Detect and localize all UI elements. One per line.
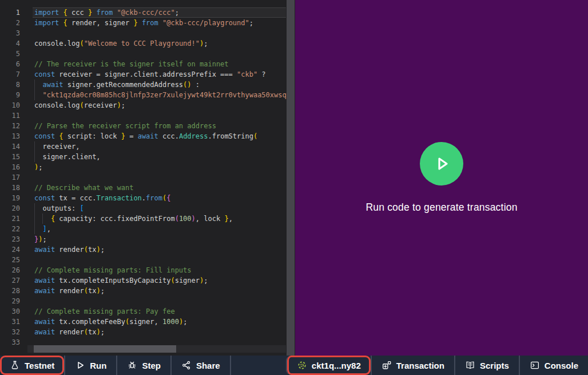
horizontal-scrollbar-thumb[interactable] [34,345,176,353]
line-number: 21 [0,214,20,224]
code-text: outputs: [ [34,203,84,214]
line-number: 14 [0,141,20,152]
editor-lines: 1import { ccc } from "@ckb-ccc/ccc";2imp… [0,7,295,348]
code-line[interactable]: 17 [0,172,295,183]
code-text: await render(tx); [34,244,105,255]
console-icon [530,360,540,370]
transaction-tab-button[interactable]: Transaction [371,356,454,375]
run-code-play-button[interactable] [420,142,463,185]
code-line[interactable]: 23}); [0,234,295,244]
code-line[interactable]: 5 [0,49,295,59]
line-number: 31 [0,317,20,327]
code-line[interactable]: 31await tx.completeFeeBy(signer, 1000); [0,317,295,327]
code-line[interactable]: 10console.log(receiver); [0,100,295,110]
console-tab-button[interactable]: Console [519,356,588,375]
code-text: const tx = ccc.Transaction.from({ [34,193,170,203]
line-number: 5 [0,49,20,59]
testnet-button[interactable]: Testnet [0,356,64,375]
transaction-preview-panel: Run code to generate transaction [295,0,588,356]
code-line[interactable]: 11 [0,110,295,121]
console-tab-button-label: Console [545,361,578,370]
step-button-label: Step [142,361,161,370]
code-line[interactable]: 21 { capacity: ccc.fixedPointFrom(100), … [0,214,295,224]
code-line[interactable]: 3 [0,28,295,38]
code-line[interactable]: 13const { script: lock } = await ccc.Add… [0,131,295,141]
code-line[interactable]: 12// Parse the receiver script from an a… [0,121,295,131]
address-button[interactable]: ckt1q...ny82 [286,356,371,375]
share-button[interactable]: Share [170,356,230,375]
line-number: 29 [0,296,20,306]
code-line[interactable]: 14 receiver, [0,141,295,152]
code-text: console.log("Welcome to CCC Playground!"… [34,38,208,49]
testnet-button-label: Testnet [25,361,54,370]
line-number: 20 [0,203,20,214]
line-number: 30 [0,306,20,317]
line-number: 13 [0,131,20,141]
line-number: 2 [0,18,20,28]
code-line[interactable]: 4console.log("Welcome to CCC Playground!… [0,38,295,49]
code-text: console.log(receiver); [34,100,125,110]
vertical-scrollbar-thumb[interactable] [287,0,295,356]
code-line[interactable]: 2import { render, signer } from "@ckb-cc… [0,18,295,28]
line-number: 16 [0,162,20,172]
step-button[interactable]: Step [116,356,170,375]
code-line[interactable]: 30// Complete missing parts: Pay fee [0,306,295,317]
share-icon [181,360,192,370]
code-text: import { render, signer } from "@ckb-ccc… [34,18,253,28]
code-line[interactable]: 19const tx = ccc.Transaction.from({ [0,193,295,203]
line-number: 1 [0,7,20,18]
code-line[interactable]: 24await render(tx); [0,244,295,255]
line-number: 12 [0,121,20,131]
code-line[interactable]: 7const receiver = signer.client.addressP… [0,69,295,80]
code-text: await signer.getRecommendedAddress() : [34,80,200,90]
line-number: 22 [0,224,20,234]
line-number: 19 [0,193,20,203]
code-line[interactable]: 26// Complete missing parts: Fill inputs [0,265,295,275]
code-line[interactable]: 8 await signer.getRecommendedAddress() : [0,80,295,90]
line-number: 10 [0,100,20,110]
line-number: 28 [0,286,20,296]
line-number: 33 [0,337,20,348]
code-text: // The receiver is the signer itself on … [34,59,229,69]
code-text: receiver, [34,141,80,152]
code-text: await tx.completeFeeBy(signer, 1000); [34,317,187,327]
code-text: signer.client, [34,152,101,162]
code-line[interactable]: 29 [0,296,295,306]
address-ring-icon [297,360,307,370]
line-number: 8 [0,80,20,90]
code-text: await render(tx); [34,327,105,337]
address-button-label: ckt1q...ny82 [312,361,361,370]
transaction-tab-button-label: Transaction [396,361,444,370]
code-line[interactable]: 16); [0,162,295,172]
code-line[interactable]: 25 [0,255,295,265]
bug-icon [127,360,137,370]
code-text: import { ccc } from "@ckb-ccc/ccc"; [34,7,179,18]
line-number: 26 [0,265,20,275]
line-number: 25 [0,255,20,265]
code-line[interactable]: 9 "ckt1qzda0cr08m85hc8jlnfp3zer7xulejywt… [0,90,295,100]
code-editor[interactable]: 1import { ccc } from "@ckb-ccc/ccc";2imp… [0,0,295,356]
bottom-toolbar: TestnetRunStepShareckt1q...ny82Transacti… [0,356,588,375]
code-line[interactable]: 6// The receiver is the signer itself on… [0,59,295,69]
code-text: { capacity: ccc.fixedPointFrom(100), loc… [34,214,233,224]
line-number: 9 [0,90,20,100]
code-line[interactable]: 1import { ccc } from "@ckb-ccc/ccc"; [0,7,295,18]
code-line[interactable]: 32await render(tx); [0,327,295,337]
code-text: ], [34,224,51,234]
code-line[interactable]: 18// Describe what we want [0,183,295,193]
code-text: const { script: lock } = await ccc.Addre… [34,131,257,141]
code-line[interactable]: 20 outputs: [ [0,203,295,214]
run-button[interactable]: Run [64,356,116,375]
code-line[interactable]: 15 signer.client, [0,152,295,162]
line-number: 6 [0,59,20,69]
scripts-icon [465,360,475,370]
code-text: await render(tx); [34,286,105,296]
play-icon [432,154,451,173]
code-line[interactable]: 22 ], [0,224,295,234]
code-line[interactable]: 27await tx.completeInputsByCapacity(sign… [0,275,295,286]
play-icon [75,360,85,370]
scripts-tab-button[interactable]: Scripts [454,356,519,375]
code-line[interactable]: 28await render(tx); [0,286,295,296]
code-text: await tx.completeInputsByCapacity(signer… [34,275,208,286]
line-number: 4 [0,38,20,49]
